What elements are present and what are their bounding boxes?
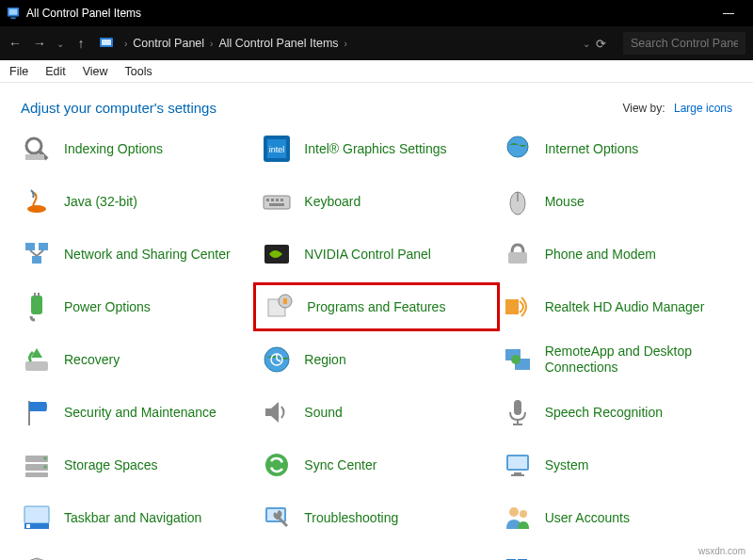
- item-mouse[interactable]: Mouse: [502, 185, 732, 217]
- keyboard-icon: [261, 185, 293, 217]
- svg-point-53: [44, 466, 47, 469]
- item-label: Network and Sharing Center: [64, 247, 231, 263]
- breadcrumb-control-panel[interactable]: Control Panel: [133, 37, 204, 50]
- taskbar-icon: [21, 502, 53, 534]
- title-bar: All Control Panel Items —: [0, 0, 753, 26]
- indexing-icon: [21, 133, 53, 165]
- svg-rect-4: [102, 40, 111, 45]
- flag-icon: [21, 396, 53, 428]
- items-grid: Indexing Options intel Intel® Graphics S…: [21, 133, 732, 560]
- item-label: Programs and Features: [307, 299, 445, 315]
- microphone-icon: [502, 396, 534, 428]
- item-label: Storage Spaces: [64, 457, 158, 473]
- item-region[interactable]: Region: [261, 344, 491, 376]
- menu-edit[interactable]: Edit: [45, 65, 66, 78]
- item-speech-recognition[interactable]: Speech Recognition: [502, 396, 732, 428]
- svg-rect-59: [24, 506, 49, 523]
- back-button[interactable]: ←: [8, 36, 23, 51]
- view-by-value[interactable]: Large icons: [674, 102, 732, 115]
- svg-rect-16: [271, 199, 274, 201]
- item-recovery[interactable]: Recovery: [21, 344, 251, 376]
- chevron-right-icon: ›: [210, 39, 213, 49]
- forward-button[interactable]: →: [32, 36, 47, 51]
- item-label: System: [545, 457, 589, 473]
- svg-rect-7: [25, 154, 44, 160]
- recovery-icon: [21, 344, 53, 376]
- svg-line-25: [30, 250, 37, 256]
- svg-rect-46: [514, 400, 521, 415]
- item-label: Region: [304, 352, 345, 368]
- item-troubleshooting[interactable]: Troubleshooting: [261, 502, 491, 534]
- svg-rect-18: [280, 199, 283, 201]
- svg-point-64: [509, 507, 519, 517]
- storage-icon: [21, 449, 53, 481]
- svg-rect-23: [39, 243, 48, 250]
- menu-file[interactable]: File: [9, 65, 28, 78]
- item-label: Taskbar and Navigation: [64, 510, 201, 526]
- address-dropdown[interactable]: ⌄: [583, 39, 590, 49]
- system-icon: [502, 449, 534, 481]
- item-programs-features[interactable]: Programs and Features: [253, 282, 499, 331]
- region-icon: [261, 344, 293, 376]
- item-phone-modem[interactable]: Phone and Modem: [502, 238, 732, 270]
- sound-icon: [261, 396, 293, 428]
- item-sound[interactable]: Sound: [261, 396, 491, 428]
- svg-point-44: [511, 355, 521, 364]
- minimize-button[interactable]: —: [710, 7, 747, 20]
- item-indexing-options[interactable]: Indexing Options: [21, 133, 251, 165]
- up-button[interactable]: ↑: [73, 36, 88, 51]
- item-label: Realtek HD Audio Manager: [545, 299, 705, 315]
- svg-rect-51: [25, 472, 48, 477]
- chevron-right-icon: ›: [344, 39, 347, 49]
- globe-icon: [502, 133, 534, 165]
- item-windows-mobility[interactable]: Windows Mobility Center: [261, 554, 491, 560]
- item-system[interactable]: System: [502, 449, 732, 481]
- item-nvidia[interactable]: NVIDIA Control Panel: [261, 238, 491, 270]
- item-remoteapp[interactable]: RemoteApp and Desktop Connections: [502, 344, 732, 376]
- svg-rect-57: [514, 472, 521, 474]
- breadcrumb-all-items[interactable]: All Control Panel Items: [218, 37, 338, 50]
- item-label: Mouse: [545, 194, 585, 210]
- item-label: Phone and Modem: [545, 247, 656, 263]
- menu-view[interactable]: View: [83, 65, 108, 78]
- item-label: Recovery: [64, 352, 120, 368]
- svg-point-5: [26, 138, 41, 153]
- item-power-options[interactable]: Power Options: [21, 291, 251, 323]
- item-security-maintenance[interactable]: Security and Maintenance: [21, 396, 251, 428]
- svg-rect-36: [25, 361, 48, 371]
- item-label: NVIDIA Control Panel: [304, 247, 431, 263]
- item-intel-graphics[interactable]: intel Intel® Graphics Settings: [261, 133, 491, 165]
- svg-rect-31: [38, 293, 40, 296]
- item-keyboard[interactable]: Keyboard: [261, 185, 491, 217]
- item-label: RemoteApp and Desktop Connections: [545, 344, 732, 376]
- control-panel-icon: [6, 6, 21, 21]
- refresh-button[interactable]: ⟳: [596, 37, 606, 51]
- svg-rect-22: [25, 243, 35, 250]
- search-input[interactable]: [623, 32, 745, 55]
- item-label: Troubleshooting: [304, 510, 398, 526]
- page-title: Adjust your computer's settings: [21, 100, 622, 116]
- item-label: Sound: [304, 405, 342, 421]
- item-label: Intel® Graphics Settings: [304, 141, 446, 157]
- item-internet-options[interactable]: Internet Options: [502, 133, 732, 165]
- svg-rect-35: [505, 299, 519, 314]
- item-java[interactable]: Java (32-bit): [21, 185, 251, 217]
- svg-rect-61: [26, 524, 30, 528]
- item-label: Sync Center: [304, 457, 376, 473]
- item-network-sharing[interactable]: Network and Sharing Center: [21, 238, 251, 270]
- svg-rect-28: [508, 252, 527, 264]
- svg-rect-29: [31, 296, 42, 314]
- sync-icon: [261, 449, 293, 481]
- item-label: Security and Maintenance: [64, 405, 216, 421]
- item-user-accounts[interactable]: User Accounts: [502, 502, 732, 534]
- network-icon: [21, 238, 53, 270]
- item-taskbar-navigation[interactable]: Taskbar and Navigation: [21, 502, 251, 534]
- item-realtek-audio[interactable]: Realtek HD Audio Manager: [502, 291, 732, 323]
- mobility-icon: [261, 554, 293, 560]
- menu-tools[interactable]: Tools: [125, 65, 152, 78]
- history-dropdown[interactable]: ⌄: [56, 39, 64, 49]
- item-sync-center[interactable]: Sync Center: [261, 449, 491, 481]
- item-windows-defender[interactable]: Windows Defender: [21, 554, 251, 560]
- item-storage-spaces[interactable]: Storage Spaces: [21, 449, 251, 481]
- svg-rect-19: [269, 203, 284, 206]
